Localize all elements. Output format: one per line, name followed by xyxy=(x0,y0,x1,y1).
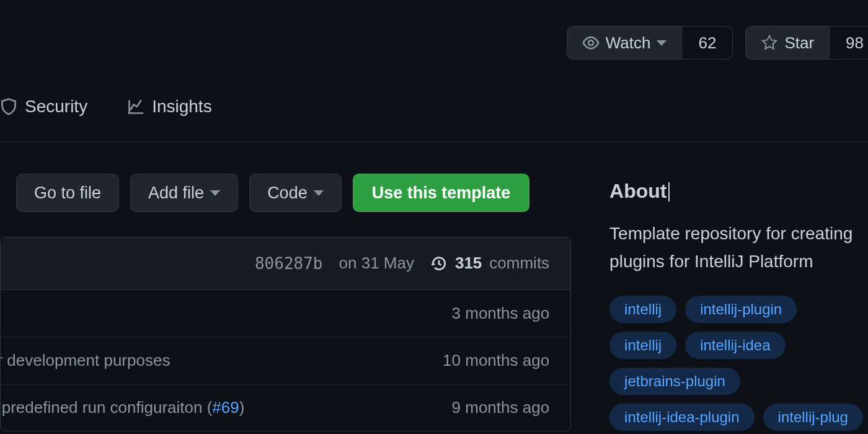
repo-actions: Watch 62 Star 98 xyxy=(567,26,868,60)
commits-label: commits xyxy=(489,254,549,273)
history-icon xyxy=(430,255,448,272)
code-label: Code xyxy=(267,184,308,203)
tab-security[interactable]: Security xyxy=(0,97,87,117)
file-commit-message: e predefined run configuraiton (#69) xyxy=(0,398,244,417)
add-file-button[interactable]: Add file xyxy=(130,174,238,212)
file-time: 9 months ago xyxy=(442,398,550,417)
use-template-button[interactable]: Use this template xyxy=(353,174,530,212)
tab-insights-label: Insights xyxy=(152,97,212,117)
shield-icon xyxy=(0,98,17,115)
caret-down-icon xyxy=(657,40,666,46)
issue-link[interactable]: #69 xyxy=(212,398,239,417)
topic-tag[interactable]: intellij-idea-plugin xyxy=(609,404,754,431)
watch-button[interactable]: Watch xyxy=(567,27,682,59)
caret-down-icon xyxy=(210,190,220,196)
file-row[interactable]: e 3 months ago xyxy=(1,290,570,337)
add-file-label: Add file xyxy=(148,184,204,203)
star-label: Star xyxy=(784,33,814,53)
topic-tag[interactable]: intellij-plug xyxy=(763,404,863,431)
star-button-group: Star 98 xyxy=(745,26,868,60)
code-button[interactable]: Code xyxy=(249,174,342,212)
commit-hash[interactable]: 806287b xyxy=(255,254,323,273)
topic-tags: intellij intellij-plugin intellij intell… xyxy=(609,296,868,431)
watch-button-group: Watch 62 xyxy=(567,26,733,60)
about-description: Template repository for creating plugins… xyxy=(609,220,868,276)
star-icon xyxy=(761,34,778,51)
topic-tag[interactable]: intellij xyxy=(609,296,676,323)
eye-icon xyxy=(582,34,600,51)
code-actions-row: Go to file Add file Code Use this templa… xyxy=(16,174,571,212)
topic-tag[interactable]: intellij-idea xyxy=(685,332,785,359)
topic-tag[interactable]: intellij-plugin xyxy=(685,296,797,323)
nav-divider xyxy=(0,141,868,142)
watch-count[interactable]: 62 xyxy=(681,27,732,59)
commit-date[interactable]: on 31 May xyxy=(339,254,414,273)
file-row[interactable]: or development purposes 10 months ago xyxy=(1,337,570,384)
topic-tag[interactable]: intellij xyxy=(609,332,676,359)
about-heading: About xyxy=(609,180,666,203)
repo-nav: Security Insights xyxy=(0,97,212,128)
file-commit-message: or development purposes xyxy=(0,351,170,370)
tab-insights[interactable]: Insights xyxy=(127,97,212,117)
star-button[interactable]: Star xyxy=(746,27,829,59)
about-sidebar: About Template repository for creating p… xyxy=(609,174,868,432)
graph-icon xyxy=(127,98,144,115)
commits-count: 315 xyxy=(455,254,482,273)
file-row[interactable]: e predefined run configuraiton (#69) 9 m… xyxy=(1,384,570,431)
watch-label: Watch xyxy=(606,33,651,53)
file-listing: 806287b on 31 May 315 commits e 3 months… xyxy=(0,237,571,432)
commits-link[interactable]: 315 commits xyxy=(430,254,549,273)
file-time: 10 months ago xyxy=(433,351,549,370)
commit-summary: 806287b on 31 May 315 commits xyxy=(1,237,570,290)
tab-security-label: Security xyxy=(25,97,87,117)
file-time: 3 months ago xyxy=(442,304,550,323)
topic-tag[interactable]: jetbrains-plugin xyxy=(609,368,740,395)
go-to-file-button[interactable]: Go to file xyxy=(16,174,119,212)
star-count[interactable]: 98 xyxy=(829,27,868,59)
caret-down-icon xyxy=(314,190,324,196)
